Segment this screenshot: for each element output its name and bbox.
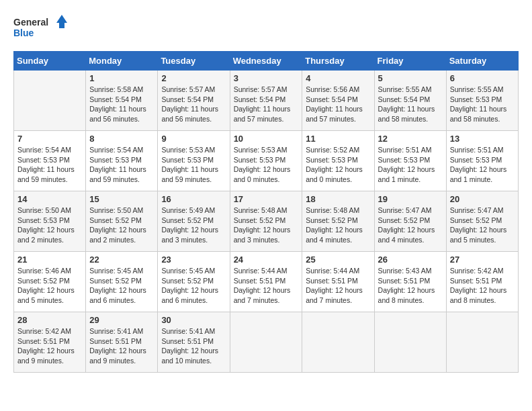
day-number: 15 [89,194,154,204]
day-info: Sunrise: 5:58 AM Sunset: 5:54 PM Dayligh… [89,85,154,124]
day-number: 8 [89,134,154,144]
day-number: 19 [378,194,443,204]
day-info: Sunrise: 5:56 AM Sunset: 5:54 PM Dayligh… [306,85,370,124]
weekday-header-monday: Monday [86,52,158,71]
day-number: 4 [306,73,370,83]
calendar-cell: 8Sunrise: 5:54 AM Sunset: 5:53 PM Daylig… [86,131,158,191]
day-number: 9 [161,134,226,144]
day-info: Sunrise: 5:50 AM Sunset: 5:52 PM Dayligh… [89,205,154,245]
calendar-cell: 3Sunrise: 5:57 AM Sunset: 5:54 PM Daylig… [230,71,302,131]
day-number: 26 [378,255,443,265]
day-info: Sunrise: 5:55 AM Sunset: 5:53 PM Dayligh… [450,85,515,124]
day-number: 30 [161,315,226,325]
svg-text:General: General [13,17,48,28]
day-info: Sunrise: 5:55 AM Sunset: 5:54 PM Dayligh… [378,85,443,124]
day-info: Sunrise: 5:51 AM Sunset: 5:53 PM Dayligh… [450,145,515,185]
day-info: Sunrise: 5:44 AM Sunset: 5:51 PM Dayligh… [234,266,299,306]
day-info: Sunrise: 5:48 AM Sunset: 5:52 PM Dayligh… [306,205,370,245]
calendar-week-5: 28Sunrise: 5:42 AM Sunset: 5:51 PM Dayli… [14,312,519,373]
day-info: Sunrise: 5:48 AM Sunset: 5:52 PM Dayligh… [234,205,299,245]
day-number: 3 [234,73,299,83]
calendar-cell: 18Sunrise: 5:48 AM Sunset: 5:52 PM Dayli… [302,191,374,252]
calendar-cell: 24Sunrise: 5:44 AM Sunset: 5:51 PM Dayli… [230,252,302,312]
day-number: 25 [306,255,370,265]
day-number: 13 [450,134,515,144]
calendar-cell: 30Sunrise: 5:41 AM Sunset: 5:51 PM Dayli… [158,312,230,373]
weekday-header-saturday: Saturday [446,52,518,71]
day-number: 16 [161,194,226,204]
day-number: 23 [161,255,226,265]
day-info: Sunrise: 5:51 AM Sunset: 5:53 PM Dayligh… [378,145,443,185]
calendar-cell: 4Sunrise: 5:56 AM Sunset: 5:54 PM Daylig… [302,71,374,131]
weekday-header-tuesday: Tuesday [158,52,230,71]
calendar-cell: 6Sunrise: 5:55 AM Sunset: 5:53 PM Daylig… [446,71,518,131]
day-info: Sunrise: 5:47 AM Sunset: 5:52 PM Dayligh… [450,205,515,245]
day-info: Sunrise: 5:49 AM Sunset: 5:52 PM Dayligh… [161,205,226,245]
calendar-cell: 1Sunrise: 5:58 AM Sunset: 5:54 PM Daylig… [86,71,158,131]
day-info: Sunrise: 5:46 AM Sunset: 5:52 PM Dayligh… [17,266,82,306]
calendar-cell: 14Sunrise: 5:50 AM Sunset: 5:53 PM Dayli… [14,191,86,252]
day-number: 29 [89,315,154,325]
day-info: Sunrise: 5:53 AM Sunset: 5:53 PM Dayligh… [234,145,299,185]
day-info: Sunrise: 5:44 AM Sunset: 5:51 PM Dayligh… [306,266,370,306]
day-number: 20 [450,194,515,204]
day-info: Sunrise: 5:41 AM Sunset: 5:51 PM Dayligh… [89,326,154,366]
day-number: 27 [450,255,515,265]
weekday-header-wednesday: Wednesday [230,52,302,71]
day-info: Sunrise: 5:57 AM Sunset: 5:54 PM Dayligh… [161,85,226,124]
calendar-cell: 23Sunrise: 5:45 AM Sunset: 5:52 PM Dayli… [158,252,230,312]
day-info: Sunrise: 5:45 AM Sunset: 5:52 PM Dayligh… [89,266,154,306]
day-info: Sunrise: 5:53 AM Sunset: 5:53 PM Dayligh… [161,145,226,185]
calendar-cell [302,312,374,373]
svg-text:Blue: Blue [13,28,34,38]
calendar-cell: 26Sunrise: 5:43 AM Sunset: 5:51 PM Dayli… [374,252,446,312]
calendar-cell: 25Sunrise: 5:44 AM Sunset: 5:51 PM Dayli… [302,252,374,312]
calendar-cell: 16Sunrise: 5:49 AM Sunset: 5:52 PM Dayli… [158,191,230,252]
day-info: Sunrise: 5:45 AM Sunset: 5:52 PM Dayligh… [161,266,226,306]
day-number: 18 [306,194,370,204]
calendar-week-4: 21Sunrise: 5:46 AM Sunset: 5:52 PM Dayli… [14,252,519,312]
calendar-cell: 7Sunrise: 5:54 AM Sunset: 5:53 PM Daylig… [14,131,86,191]
calendar-cell: 17Sunrise: 5:48 AM Sunset: 5:52 PM Dayli… [230,191,302,252]
day-info: Sunrise: 5:42 AM Sunset: 5:51 PM Dayligh… [450,266,515,306]
day-number: 17 [234,194,299,204]
day-number: 14 [17,194,82,204]
calendar-cell [14,71,86,131]
day-number: 21 [17,255,82,265]
day-number: 24 [234,255,299,265]
calendar-cell: 15Sunrise: 5:50 AM Sunset: 5:52 PM Dayli… [86,191,158,252]
calendar-cell: 2Sunrise: 5:57 AM Sunset: 5:54 PM Daylig… [158,71,230,131]
day-number: 1 [89,73,154,83]
header: General Blue [13,13,519,40]
weekday-header-sunday: Sunday [14,52,86,71]
calendar-cell: 21Sunrise: 5:46 AM Sunset: 5:52 PM Dayli… [14,252,86,312]
calendar-cell: 12Sunrise: 5:51 AM Sunset: 5:53 PM Dayli… [374,131,446,191]
day-info: Sunrise: 5:42 AM Sunset: 5:51 PM Dayligh… [17,326,82,366]
day-number: 10 [234,134,299,144]
logo: General Blue [13,13,67,40]
calendar-cell: 20Sunrise: 5:47 AM Sunset: 5:52 PM Dayli… [446,191,518,252]
calendar-cell: 5Sunrise: 5:55 AM Sunset: 5:54 PM Daylig… [374,71,446,131]
day-info: Sunrise: 5:57 AM Sunset: 5:54 PM Dayligh… [234,85,299,124]
calendar-cell: 22Sunrise: 5:45 AM Sunset: 5:52 PM Dayli… [86,252,158,312]
calendar-table: SundayMondayTuesdayWednesdayThursdayFrid… [13,51,519,373]
weekday-header-friday: Friday [374,52,446,71]
day-info: Sunrise: 5:41 AM Sunset: 5:51 PM Dayligh… [161,326,226,366]
calendar-week-1: 1Sunrise: 5:58 AM Sunset: 5:54 PM Daylig… [14,71,519,131]
calendar-cell: 28Sunrise: 5:42 AM Sunset: 5:51 PM Dayli… [14,312,86,373]
day-number: 28 [17,315,82,325]
logo-svg: General Blue [13,13,67,40]
calendar-cell [446,312,518,373]
day-number: 12 [378,134,443,144]
calendar-cell: 19Sunrise: 5:47 AM Sunset: 5:52 PM Dayli… [374,191,446,252]
day-number: 11 [306,134,370,144]
weekday-header-thursday: Thursday [302,52,374,71]
calendar-cell: 11Sunrise: 5:52 AM Sunset: 5:53 PM Dayli… [302,131,374,191]
day-info: Sunrise: 5:52 AM Sunset: 5:53 PM Dayligh… [306,145,370,185]
day-info: Sunrise: 5:43 AM Sunset: 5:51 PM Dayligh… [378,266,443,306]
calendar-cell: 27Sunrise: 5:42 AM Sunset: 5:51 PM Dayli… [446,252,518,312]
day-info: Sunrise: 5:54 AM Sunset: 5:53 PM Dayligh… [17,145,82,185]
calendar-cell: 13Sunrise: 5:51 AM Sunset: 5:53 PM Dayli… [446,131,518,191]
day-number: 5 [378,73,443,83]
day-info: Sunrise: 5:54 AM Sunset: 5:53 PM Dayligh… [89,145,154,185]
